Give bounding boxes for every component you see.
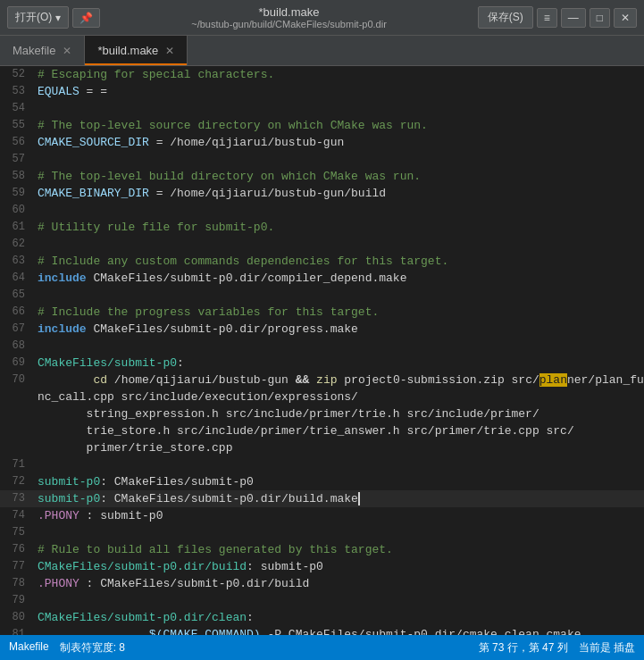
open-label: 打开(O) (15, 10, 52, 25)
line-number-71: 71 (0, 456, 34, 473)
status-filetype[interactable]: Makefile (9, 640, 49, 656)
line-number-74: 74 (0, 507, 34, 524)
status-extra: 当前是 插盘 (579, 640, 635, 656)
code-line-67: 67include CMakeFiles/submit-p0.dir/progr… (0, 321, 644, 338)
code-line-62: 62 (0, 236, 644, 253)
code-line-74: 74.PHONY : submit-p0 (0, 507, 644, 524)
code-line-60: 60 (0, 202, 644, 219)
open-dropdown-icon[interactable]: ▾ (55, 12, 61, 24)
code-line-71: 71 (0, 456, 644, 473)
tab-makefile[interactable]: Makefile ✕ (0, 36, 85, 65)
status-left: Makefile 制表符宽度: 8 (9, 640, 125, 656)
code-line-70: 70 cd /home/qijiarui/bustub-gun && zip p… (0, 372, 644, 456)
line-content-56: CMAKE_SOURCE_DIR = /home/qijiarui/bustub… (34, 134, 644, 151)
code-line-79: 79 (0, 592, 644, 609)
line-number-59: 59 (0, 185, 34, 202)
line-number-53: 53 (0, 83, 34, 100)
line-number-80: 80 (0, 609, 34, 626)
code-line-80: 80CMakeFiles/submit-p0.dir/clean: (0, 609, 644, 626)
line-number-55: 55 (0, 117, 34, 134)
line-content-80: CMakeFiles/submit-p0.dir/clean: (34, 609, 644, 626)
tab-makefile-close[interactable]: ✕ (63, 45, 71, 57)
line-number-58: 58 (0, 168, 34, 185)
line-number-63: 63 (0, 253, 34, 270)
pin-button[interactable]: 📌 (72, 8, 100, 28)
line-content-70: cd /home/qijiarui/bustub-gun && zip proj… (34, 372, 644, 456)
line-number-67: 67 (0, 321, 34, 338)
titlebar: 打开(O) ▾ 📌 *build.make ~/bustub-gun/build… (0, 0, 644, 36)
line-number-79: 79 (0, 592, 34, 609)
line-content-67: include CMakeFiles/submit-p0.dir/progres… (34, 321, 644, 338)
code-line-72: 72submit-p0: CMakeFiles/submit-p0 (0, 473, 644, 490)
line-content-76: # Rule to build all files generated by t… (34, 541, 644, 558)
code-line-59: 59CMAKE_BINARY_DIR = /home/qijiarui/bust… (0, 185, 644, 202)
editor-area[interactable]: 52# Escaping for special characters.53EQ… (0, 66, 644, 635)
line-number-73: 73 (0, 490, 34, 507)
code-line-73: 73submit-p0: CMakeFiles/submit-p0.dir/bu… (0, 490, 644, 507)
maximize-button[interactable]: □ (590, 8, 610, 28)
status-position: 第 73 行，第 47 列 (479, 640, 568, 656)
code-line-65: 65 (0, 287, 644, 304)
menu-button[interactable]: ≡ (537, 8, 557, 28)
code-line-69: 69CMakeFiles/submit-p0: (0, 355, 644, 372)
code-line-81: 81 $(CMAKE_COMMAND) -P CMakeFiles/submit… (0, 626, 644, 635)
line-content-52: # Escaping for special characters. (34, 66, 644, 83)
code-line-76: 76# Rule to build all files generated by… (0, 541, 644, 558)
code-line-58: 58# The top-level build directory on whi… (0, 168, 644, 185)
line-content-53: EQUALS = = (34, 83, 644, 100)
save-button[interactable]: 保存(S) (478, 6, 533, 29)
code-line-55: 55# The top-level source directory on wh… (0, 117, 644, 134)
line-content-69: CMakeFiles/submit-p0: (34, 355, 644, 372)
line-number-81: 81 (0, 626, 34, 635)
line-content-72: submit-p0: CMakeFiles/submit-p0 (34, 473, 644, 490)
line-content-73: submit-p0: CMakeFiles/submit-p0.dir/buil… (34, 490, 644, 507)
code-line-63: 63# Include any custom commands dependen… (0, 253, 644, 270)
status-tab-width[interactable]: 制表符宽度: 8 (60, 640, 125, 656)
line-number-56: 56 (0, 134, 34, 151)
line-number-70: 70 (0, 372, 34, 388)
window-title: *build.make (100, 5, 477, 19)
line-number-78: 78 (0, 575, 34, 592)
code-line-75: 75 (0, 524, 644, 541)
line-content-58: # The top-level build directory on which… (34, 168, 644, 185)
line-content-63: # Include any custom commands dependenci… (34, 253, 644, 270)
line-number-77: 77 (0, 558, 34, 575)
code-line-64: 64include CMakeFiles/submit-p0.dir/compi… (0, 270, 644, 287)
line-content-64: include CMakeFiles/submit-p0.dir/compile… (34, 270, 644, 287)
line-content-66: # Include the progress variables for thi… (34, 304, 644, 321)
statusbar: Makefile 制表符宽度: 8 第 73 行，第 47 列 当前是 插盘 (0, 635, 644, 660)
code-line-78: 78.PHONY : CMakeFiles/submit-p0.dir/buil… (0, 575, 644, 592)
line-number-75: 75 (0, 524, 34, 541)
tab-build-make-close[interactable]: ✕ (165, 45, 174, 57)
tab-build-make[interactable]: *build.make ✕ (85, 36, 188, 65)
line-content-78: .PHONY : CMakeFiles/submit-p0.dir/build (34, 575, 644, 592)
code-line-57: 57 (0, 151, 644, 168)
line-number-61: 61 (0, 219, 34, 236)
line-number-65: 65 (0, 287, 34, 304)
tab-build-make-label: *build.make (97, 44, 158, 57)
code-line-68: 68 (0, 338, 644, 355)
status-right: 第 73 行，第 47 列 当前是 插盘 (479, 640, 635, 656)
line-number-76: 76 (0, 541, 34, 558)
line-number-64: 64 (0, 270, 34, 287)
titlebar-right: 保存(S) ≡ — □ ✕ (478, 6, 637, 29)
titlebar-center: *build.make ~/bustub-gun/build/CMakeFile… (100, 5, 477, 29)
line-number-72: 72 (0, 473, 34, 490)
line-content-74: .PHONY : submit-p0 (34, 507, 644, 524)
tab-makefile-label: Makefile (13, 44, 55, 57)
open-button[interactable]: 打开(O) ▾ (7, 6, 69, 29)
line-number-54: 54 (0, 100, 34, 117)
minimize-button[interactable]: — (561, 8, 586, 28)
code-line-53: 53EQUALS = = (0, 83, 644, 100)
code-line-54: 54 (0, 100, 644, 117)
line-number-69: 69 (0, 355, 34, 372)
line-content-77: CMakeFiles/submit-p0.dir/build: submit-p… (34, 558, 644, 575)
line-number-68: 68 (0, 338, 34, 355)
code-line-61: 61# Utility rule file for submit-p0. (0, 219, 644, 236)
code-line-52: 52# Escaping for special characters. (0, 66, 644, 83)
line-number-52: 52 (0, 66, 34, 83)
close-button[interactable]: ✕ (614, 8, 637, 28)
line-content-81: $(CMAKE_COMMAND) -P CMakeFiles/submit-p0… (34, 626, 644, 635)
line-number-62: 62 (0, 236, 34, 253)
line-content-55: # The top-level source directory on whic… (34, 117, 644, 134)
